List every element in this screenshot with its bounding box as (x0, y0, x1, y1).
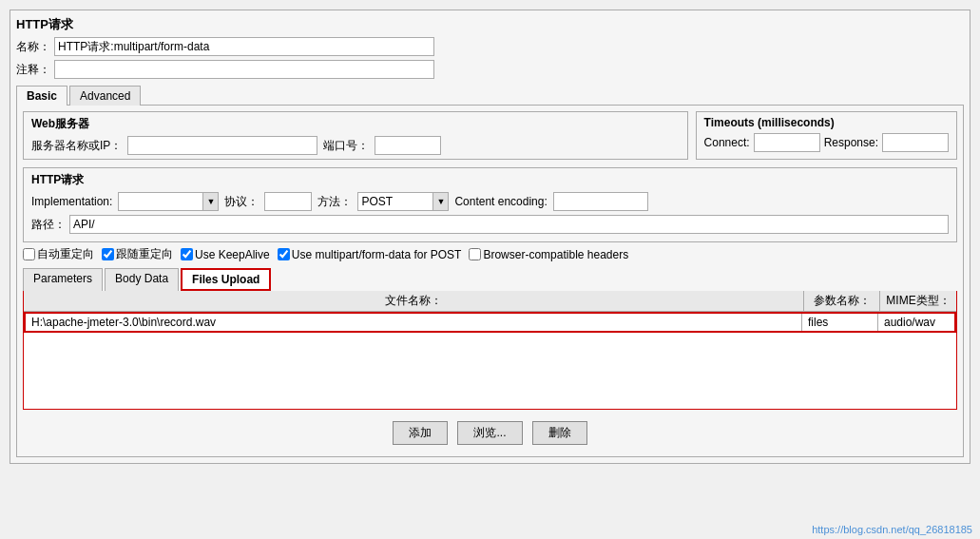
col-filename: 文件名称： (24, 291, 804, 311)
implementation-dropdown[interactable]: ▼ (203, 192, 219, 211)
cell-paramname: files (802, 314, 878, 331)
basic-tab-content: Web服务器 服务器名称或IP： 端口号： Timeouts (millisec… (16, 106, 964, 457)
name-row: 名称： (16, 37, 964, 56)
follow-redirect-checkbox-item: 跟随重定向 (102, 246, 173, 262)
col-mime: MIME类型： (880, 291, 956, 311)
method-dropdown[interactable]: ▼ (433, 192, 449, 211)
follow-redirect-label: 跟随重定向 (116, 246, 173, 262)
auto-redirect-checkbox[interactable] (23, 248, 35, 260)
keepalive-checkbox-item: Use KeepAlive (181, 248, 270, 261)
keepalive-checkbox[interactable] (181, 248, 193, 260)
cell-filename: H:\apache-jmeter-3.0\bin\record.wav (26, 314, 802, 331)
method-select-group: ▼ (357, 192, 449, 211)
path-label: 路径： (31, 217, 66, 233)
bottom-buttons: 添加 浏览... 删除 (23, 410, 957, 451)
protocol-input[interactable] (264, 192, 312, 211)
browse-button[interactable]: 浏览... (457, 421, 522, 445)
connect-input[interactable] (754, 133, 820, 152)
server-row: 服务器名称或IP： 端口号： (31, 136, 680, 155)
tab-parameters[interactable]: Parameters (23, 268, 103, 291)
tab-basic[interactable]: Basic (16, 86, 67, 106)
main-panel: HTTP请求 名称： 注释： Basic Advanced Web服务器 服务器… (10, 10, 970, 464)
auto-redirect-label: 自动重定向 (37, 246, 94, 262)
multipart-label: Use multipart/form-data for POST (292, 248, 462, 261)
follow-redirect-checkbox[interactable] (102, 248, 114, 260)
sub-tab-container: Parameters Body Data Files Upload 文件名称： … (23, 268, 957, 410)
method-label: 方法： (317, 194, 352, 210)
port-input[interactable] (375, 136, 441, 155)
path-row: 路径： (31, 215, 949, 234)
multipart-checkbox-item: Use multipart/form-data for POST (278, 248, 462, 261)
checkboxes-row: 自动重定向 跟随重定向 Use KeepAlive Use multipart/… (23, 246, 957, 262)
panel-title: HTTP请求 (16, 16, 964, 33)
table-header: 文件名称： 参数名称： MIME类型： (24, 291, 956, 312)
comment-input[interactable] (54, 60, 434, 79)
response-input[interactable] (882, 133, 949, 152)
name-input[interactable] (54, 37, 434, 56)
method-input[interactable] (357, 192, 433, 211)
path-input[interactable] (69, 215, 949, 234)
content-encoding-input[interactable] (553, 192, 648, 211)
sub-tab-strip: Parameters Body Data Files Upload (23, 268, 957, 291)
web-server-title: Web服务器 (31, 116, 680, 132)
timeouts-row: Connect: Response: (704, 133, 949, 152)
http-request-title: HTTP请求 (31, 172, 949, 188)
web-server-section: Web服务器 服务器名称或IP： 端口号： (23, 111, 688, 160)
col-paramname: 参数名称： (804, 291, 880, 311)
implementation-select-group: ▼ (118, 192, 219, 211)
connect-label: Connect: (704, 136, 750, 149)
implementation-label: Implementation: (31, 195, 112, 208)
response-label: Response: (824, 136, 878, 149)
comment-label: 注释： (16, 62, 50, 78)
browser-headers-label: Browser-compatible headers (483, 248, 628, 261)
keepalive-label: Use KeepAlive (195, 248, 270, 261)
browser-headers-checkbox-item: Browser-compatible headers (469, 248, 628, 261)
table-empty-area (24, 333, 956, 409)
tab-advanced[interactable]: Advanced (69, 86, 141, 106)
port-label: 端口号： (323, 138, 369, 154)
auto-redirect-checkbox-item: 自动重定向 (23, 246, 94, 262)
tab-files-upload[interactable]: Files Upload (181, 268, 271, 291)
files-upload-table-area: 文件名称： 参数名称： MIME类型： H:\apache-jmeter-3.0… (23, 291, 957, 410)
main-tab-strip: Basic Advanced (16, 85, 964, 106)
timeouts-title: Timeouts (milliseconds) (704, 116, 949, 129)
multipart-checkbox[interactable] (278, 248, 290, 260)
timeouts-section: Timeouts (milliseconds) Connect: Respons… (696, 111, 957, 160)
content-encoding-label: Content encoding: (454, 195, 547, 208)
server-input[interactable] (127, 136, 317, 155)
delete-button[interactable]: 删除 (532, 421, 587, 445)
cell-mime: audio/wav (878, 314, 954, 331)
comment-row: 注释： (16, 60, 964, 79)
add-button[interactable]: 添加 (393, 421, 448, 445)
tab-body-data[interactable]: Body Data (105, 268, 179, 291)
protocol-label: 协议： (224, 194, 259, 210)
http-options-row: Implementation: ▼ 协议： 方法： ▼ Content enco… (31, 192, 949, 211)
table-row[interactable]: H:\apache-jmeter-3.0\bin\record.wav file… (24, 312, 956, 333)
browser-headers-checkbox[interactable] (469, 248, 481, 260)
name-label: 名称： (16, 39, 50, 55)
server-label: 服务器名称或IP： (31, 138, 122, 154)
http-request-section: HTTP请求 Implementation: ▼ 协议： 方法： ▼ Conte… (23, 167, 957, 242)
implementation-input[interactable] (118, 192, 203, 211)
